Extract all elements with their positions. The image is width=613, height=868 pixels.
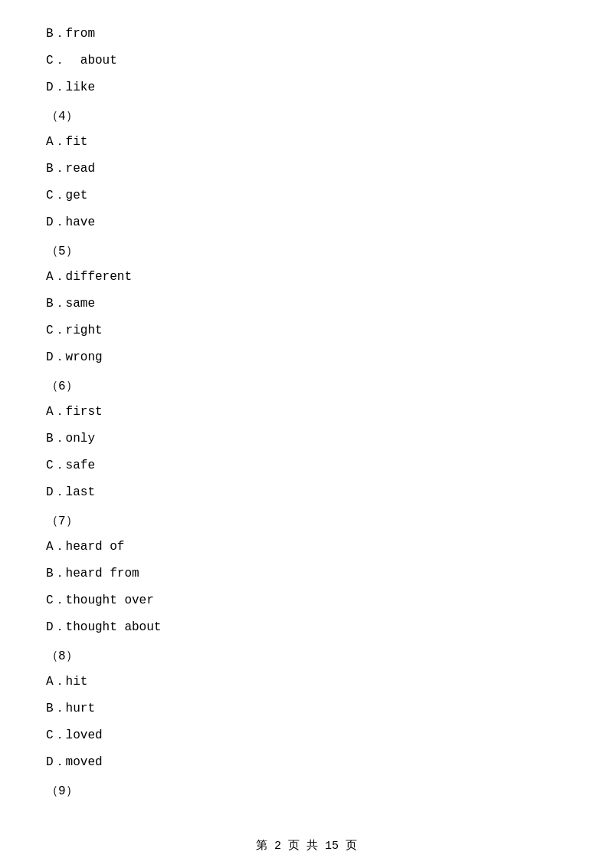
section-9: （9） [46,781,567,803]
line-a-different: A．different [46,266,567,288]
line-c-safe: C．safe [46,455,567,477]
section-5: （5） [46,241,567,263]
line-d-have: D．have [46,212,567,234]
line-a-heard-of: A．heard of [46,536,567,558]
line-b-only: B．only [46,428,567,450]
line-c-loved: C．loved [46,725,567,747]
line-b-hurt: B．hurt [46,698,567,720]
section-8: （8） [46,646,567,668]
page-footer: 第 2 页 共 15 页 [0,838,613,853]
section-4: （4） [46,106,567,128]
line-a-fit: A．fit [46,131,567,153]
line-b-heard-from: B．heard from [46,563,567,585]
line-d-wrong: D．wrong [46,347,567,369]
line-d-last: D．last [46,482,567,504]
section-6: （6） [46,376,567,398]
line-c-get: C．get [46,185,567,207]
line-b-from: B．from [46,23,567,45]
line-d-moved: D．moved [46,751,567,774]
section-7: （7） [46,511,567,533]
line-b-read: B．read [46,158,567,180]
line-d-thought-about: D．thought about [46,616,567,639]
line-a-hit: A．hit [46,671,567,693]
main-content: B．from C． about D．like （4） A．fit B．read … [0,0,613,852]
line-b-same: B．same [46,293,567,315]
line-d-like: D．like [46,77,567,99]
line-c-about: C． about [46,50,567,72]
line-c-thought-over: C．thought over [46,590,567,612]
line-c-right: C．right [46,320,567,342]
line-a-first: A．first [46,401,567,423]
